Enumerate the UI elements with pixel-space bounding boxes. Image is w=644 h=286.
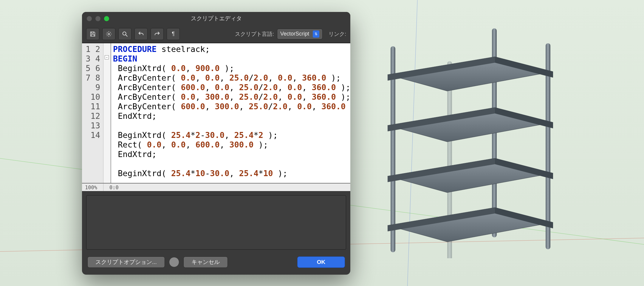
- minimize-icon[interactable]: [95, 16, 100, 21]
- cancel-button[interactable]: キャンセル: [183, 256, 228, 268]
- save-button[interactable]: [86, 28, 99, 40]
- settings-button[interactable]: [102, 28, 115, 40]
- editor-statusbar: 100% 0:0: [82, 183, 350, 191]
- titlebar[interactable]: スクリプトエディタ: [82, 12, 350, 25]
- script-language-label: スクリプト言語:: [235, 30, 274, 38]
- pilcrow-button[interactable]: ¶: [167, 28, 180, 40]
- script-editor-dialog: スクリプトエディタ ¶ スクリプト言語: VectorScript ⇅ リンク:…: [82, 12, 350, 275]
- search-button[interactable]: [118, 28, 131, 40]
- code-area[interactable]: PROCEDURE steelrack;BEGIN BeginXtrd( 0.0…: [111, 43, 350, 183]
- output-console[interactable]: [86, 195, 346, 250]
- maximize-icon[interactable]: [104, 16, 109, 21]
- cursor-position: 0:0: [109, 184, 119, 190]
- code-editor[interactable]: 1 2 3 4 5 6 7 8 9 10 11 12 13 14 − PROCE…: [82, 43, 350, 183]
- zoom-level[interactable]: 100%: [85, 184, 97, 190]
- fold-column[interactable]: −: [103, 43, 111, 183]
- line-number-gutter: 1 2 3 4 5 6 7 8 9 10 11 12 13 14: [82, 43, 103, 183]
- link-label: リンク:: [329, 30, 346, 38]
- ok-button[interactable]: OK: [297, 256, 345, 268]
- dialog-buttons: スクリプトオプション... キャンセル OK: [82, 254, 350, 275]
- steel-rack-model: [385, 28, 558, 258]
- script-language-value: VectorScript: [280, 31, 309, 37]
- fold-toggle-icon[interactable]: −: [105, 55, 109, 59]
- svg-point-16: [108, 33, 110, 35]
- toolbar: ¶ スクリプト言語: VectorScript ⇅ リンク:: [82, 25, 350, 43]
- chevron-updown-icon: ⇅: [313, 30, 319, 38]
- undo-button[interactable]: [134, 28, 148, 40]
- svg-line-18: [126, 35, 128, 36]
- svg-point-17: [123, 32, 126, 35]
- redo-button[interactable]: [151, 28, 164, 40]
- window-title: スクリプトエディタ: [82, 15, 350, 22]
- toggle-pill[interactable]: [169, 257, 179, 267]
- script-options-button[interactable]: スクリプトオプション...: [87, 256, 165, 268]
- close-icon[interactable]: [87, 16, 92, 21]
- script-language-select[interactable]: VectorScript ⇅: [277, 29, 323, 39]
